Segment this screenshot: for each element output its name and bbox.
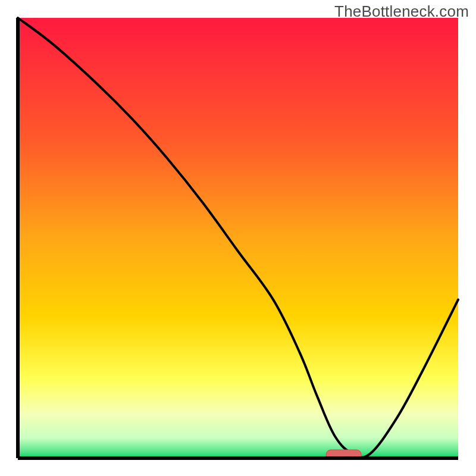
plot-background xyxy=(18,18,458,458)
chart-svg xyxy=(0,0,476,476)
chart-frame: TheBottleneck.com xyxy=(0,0,476,476)
watermark-label: TheBottleneck.com xyxy=(334,2,469,21)
